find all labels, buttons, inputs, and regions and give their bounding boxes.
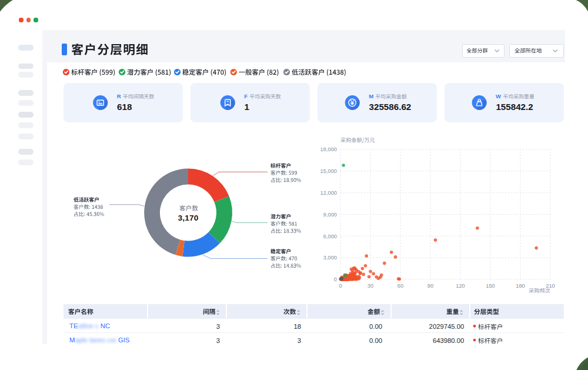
svg-text:1: 1 <box>245 102 250 112</box>
svg-text:325586.62: 325586.62 <box>369 102 412 112</box>
svg-text:3: 3 <box>216 323 220 330</box>
svg-text:90: 90 <box>427 283 433 289</box>
svg-text:210: 210 <box>546 283 555 289</box>
svg-text:30: 30 <box>368 283 373 289</box>
svg-text:3,000: 3,000 <box>323 255 337 261</box>
svg-text:9,000: 9,000 <box>323 212 337 218</box>
svg-text:60: 60 <box>397 283 403 289</box>
svg-text:18,000: 18,000 <box>320 146 337 152</box>
svg-text:150: 150 <box>486 283 495 289</box>
svg-text:W: W <box>496 93 502 99</box>
svg-text:643980.00: 643980.00 <box>433 337 464 344</box>
svg-text:120: 120 <box>456 283 465 289</box>
svg-text:M: M <box>369 93 373 99</box>
svg-text:3: 3 <box>216 337 220 344</box>
svg-text:0.00: 0.00 <box>369 337 382 344</box>
svg-text:3: 3 <box>298 337 301 344</box>
svg-text:6,000: 6,000 <box>323 234 337 239</box>
svg-text:3,170: 3,170 <box>178 214 199 222</box>
svg-text:F: F <box>244 93 248 99</box>
svg-text:15,000: 15,000 <box>320 168 337 174</box>
svg-text:R: R <box>117 93 121 99</box>
svg-text:12,000: 12,000 <box>320 190 337 196</box>
svg-text:155842.2: 155842.2 <box>496 102 533 112</box>
svg-text:618: 618 <box>117 102 132 112</box>
svg-text:180: 180 <box>516 283 525 289</box>
svg-text:0: 0 <box>339 283 342 289</box>
svg-text:18: 18 <box>293 323 301 330</box>
svg-text:2029745.00: 2029745.00 <box>429 323 465 330</box>
svg-text:0.00: 0.00 <box>369 323 382 330</box>
svg-text:0: 0 <box>334 276 337 282</box>
